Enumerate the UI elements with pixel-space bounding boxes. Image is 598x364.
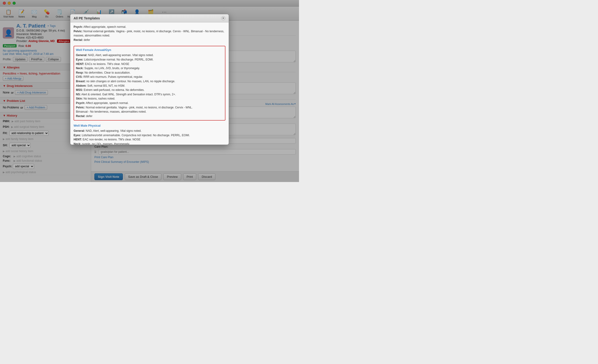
template-well-female-title: Well Female Annual/Gyn	[76, 48, 223, 52]
template-well-female[interactable]: Well Female Annual/Gyn General: NAD, Ale…	[74, 46, 225, 121]
modal-close-button[interactable]: ✕	[221, 16, 225, 20]
template-pretext: Psych: Affect appropriate, speech normal…	[74, 25, 225, 42]
template-well-male[interactable]: Well Male Physical General: NAD, Alert, …	[74, 124, 225, 145]
template-well-male-title: Well Male Physical	[74, 124, 225, 127]
pe-templates-modal: All PE Templates ✕ Psych: Affect appropr…	[70, 14, 229, 145]
template-pretext-text: Psych: Affect appropriate, speech normal…	[74, 25, 225, 42]
modal-overlay: All PE Templates ✕ Psych: Affect appropr…	[0, 0, 299, 182]
template-well-female-text: General: NAD, Alert, well-appearing woma…	[76, 53, 223, 118]
template-well-male-text: General: NAD, Alert, well-appearing. Vit…	[74, 129, 225, 145]
modal-header: All PE Templates ✕	[70, 14, 229, 22]
modal-title: All PE Templates	[74, 16, 100, 20]
close-icon: ✕	[222, 17, 224, 20]
modal-body: Psych: Affect appropriate, speech normal…	[70, 22, 229, 145]
